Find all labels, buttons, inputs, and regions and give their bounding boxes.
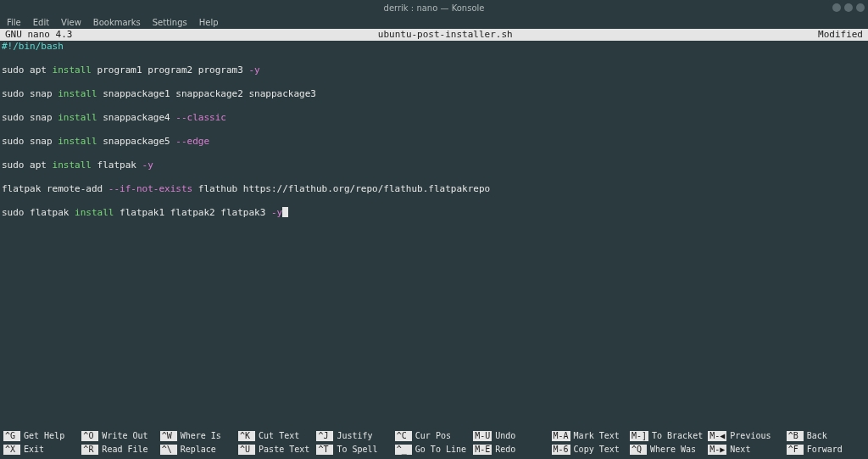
editor-line: sudo flatpak install flatpak1 flatpak2 f…: [2, 207, 868, 219]
shortcut-label: Redo: [495, 444, 515, 456]
menu-bar: FileEditViewBookmarksSettingsHelp: [0, 15, 868, 29]
nano-shortcut: ^BBack: [787, 430, 865, 442]
nano-shortcut: ^UPaste Text: [238, 444, 316, 456]
editor-line: sudo apt install flatpak -y: [2, 160, 868, 171]
shortcut-key: ^G: [3, 431, 20, 441]
shortcut-label: Paste Text: [259, 444, 309, 456]
editor-line: sudo snap install snappackage5 --edge: [2, 136, 868, 148]
editor-line: [2, 76, 868, 88]
nano-shortcut: ^RRead File: [81, 444, 159, 456]
shortcut-label: Where Is: [181, 430, 221, 442]
nano-shortcut: ^GGet Help: [3, 430, 81, 442]
terminal-area[interactable]: GNU nano 4.3 ubuntu-post-installer.sh Mo…: [0, 29, 868, 459]
window-titlebar: derrik : nano — Konsole: [0, 0, 868, 15]
shortcut-label: Go To Line: [415, 444, 466, 456]
nano-shortcut: ^TTo Spell: [316, 444, 394, 456]
editor-line: [2, 195, 868, 207]
shortcut-key: M-U: [473, 431, 492, 441]
shortcut-key: M-A: [552, 431, 570, 441]
shortcut-label: Next: [730, 444, 750, 456]
shortcut-label: Read File: [102, 444, 147, 456]
shortcut-label: Mark Text: [574, 430, 620, 442]
nano-filename: ubuntu-post-installer.sh: [72, 29, 818, 41]
nano-shortcut: ^OWrite Out: [81, 430, 159, 442]
menu-item-settings[interactable]: Settings: [153, 18, 187, 27]
nano-shortcut: ^JJustify: [316, 430, 394, 442]
shortcut-key: ^J: [316, 431, 333, 441]
nano-shortcut: ^XExit: [3, 444, 81, 456]
nano-shortcut: ^QWhere Was: [630, 444, 708, 456]
shortcut-key: M-6: [552, 445, 570, 455]
nano-shortcut: ^WWhere Is: [160, 430, 238, 442]
shortcut-label: To Bracket: [652, 430, 703, 442]
text-cursor: [282, 207, 288, 217]
shortcut-key: M-E: [473, 445, 492, 455]
nano-shortcut: ^FForward: [787, 444, 865, 456]
shortcut-label: Copy Text: [574, 444, 620, 456]
nano-shortcut: M-UUndo: [473, 430, 551, 442]
shortcut-key: M-]: [630, 431, 648, 441]
editor-line: [2, 53, 868, 64]
menu-item-bookmarks[interactable]: Bookmarks: [93, 18, 141, 27]
editor-line: flatpak remote-add --if-not-exists flath…: [2, 183, 868, 195]
window-close-icon[interactable]: [856, 3, 865, 12]
shortcut-key: ^F: [787, 445, 804, 455]
shortcut-label: Previous: [730, 430, 771, 442]
menu-item-view[interactable]: View: [61, 18, 81, 27]
nano-editor-body[interactable]: #!/bin/bash sudo apt install program1 pr…: [0, 41, 868, 219]
editor-line: [2, 148, 868, 160]
shortcut-key: ^\: [160, 445, 177, 455]
window-maximize-icon[interactable]: [844, 3, 853, 12]
shortcut-label: Forward: [807, 444, 843, 456]
shortcut-key: ^C: [395, 431, 412, 441]
shortcut-label: Cut Text: [259, 430, 299, 442]
shortcut-label: To Spell: [337, 444, 377, 456]
shortcut-label: Get Help: [24, 430, 64, 442]
window-title: derrik : nano — Konsole: [384, 3, 485, 13]
shortcut-key: ^O: [81, 431, 98, 441]
shortcut-label: Justify: [337, 430, 372, 442]
nano-shortcut: ^\Replace: [160, 444, 238, 456]
shortcut-key: ^K: [238, 431, 255, 441]
nano-app-name: GNU nano 4.3: [5, 29, 72, 41]
menu-item-edit[interactable]: Edit: [33, 18, 49, 27]
window-minimize-icon[interactable]: [832, 3, 841, 12]
editor-line: sudo apt install program1 program2 progr…: [2, 64, 868, 76]
shortcut-key: M-◀: [708, 431, 726, 441]
editor-line: sudo snap install snappackage4 --classic: [2, 112, 868, 124]
editor-line: [2, 100, 868, 112]
nano-shortcut: M-6Copy Text: [552, 444, 630, 456]
shortcut-key: ^Q: [630, 445, 647, 455]
shortcut-label: Write Out: [102, 430, 147, 442]
editor-line: [2, 124, 868, 136]
nano-shortcut: M-ERedo: [473, 444, 551, 456]
shortcut-key: ^U: [238, 445, 255, 455]
nano-shortcut-bar: ^GGet Help^OWrite Out^WWhere Is^KCut Tex…: [0, 430, 868, 456]
shortcut-label: Replace: [181, 444, 216, 456]
shortcut-label: Exit: [24, 444, 44, 456]
shortcut-key: ^W: [160, 431, 177, 441]
shortcut-label: Cur Pos: [415, 430, 451, 442]
nano-shortcut: ^_Go To Line: [395, 444, 473, 456]
shortcut-key: M-▶: [708, 445, 726, 455]
shortcut-key: ^B: [787, 431, 804, 441]
shortcut-label: Back: [807, 430, 827, 442]
shortcut-label: Where Was: [650, 444, 696, 456]
shortcut-key: ^T: [316, 445, 333, 455]
editor-line: sudo snap install snappackage1 snappacka…: [2, 88, 868, 100]
nano-modified-status: Modified: [818, 29, 863, 41]
shortcut-label: Undo: [495, 430, 515, 442]
nano-shortcut: M-AMark Text: [552, 430, 630, 442]
nano-shortcut: ^KCut Text: [238, 430, 316, 442]
shortcut-key: ^R: [81, 445, 98, 455]
nano-shortcut: M-]To Bracket: [630, 430, 708, 442]
shortcut-key: ^_: [395, 445, 412, 455]
nano-shortcut: ^CCur Pos: [395, 430, 473, 442]
menu-item-file[interactable]: File: [7, 18, 21, 27]
menu-item-help[interactable]: Help: [199, 18, 219, 27]
nano-shortcut: M-▶Next: [708, 444, 786, 456]
nano-shortcut: M-◀Previous: [708, 430, 786, 442]
shortcut-key: ^X: [3, 445, 20, 455]
editor-line: [2, 171, 868, 183]
nano-header: GNU nano 4.3 ubuntu-post-installer.sh Mo…: [0, 29, 868, 41]
